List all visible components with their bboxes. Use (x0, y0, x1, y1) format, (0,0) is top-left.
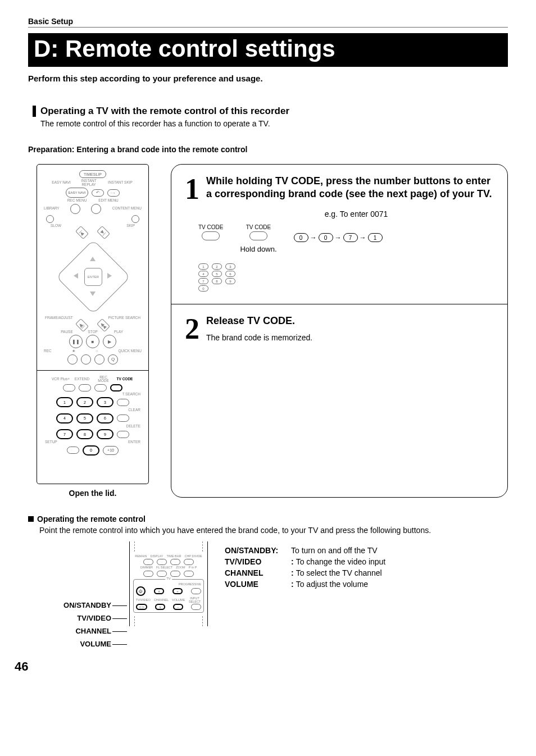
chpdivide-button (184, 559, 194, 565)
tvcode-caption-2: TV CODE (246, 224, 271, 230)
callout-onstandby: ON/STANDBY (63, 601, 111, 609)
slow-label: SLOW (51, 224, 61, 228)
key-0: 0 (83, 445, 99, 456)
clear-label: CLEAR (128, 408, 140, 412)
tsearch-button (117, 399, 129, 406)
def-channel-val: To select the TV channel (296, 568, 382, 577)
callout-channel: CHANNEL (75, 627, 111, 635)
recmode-button (94, 384, 107, 391)
dimmer-button (143, 571, 153, 577)
library-button (46, 215, 54, 223)
vcrplus-button (63, 384, 75, 391)
tvcode-label: TV CODE (116, 377, 134, 381)
mini-keypad: 123 456 789 0 (198, 263, 494, 292)
pause-label: PAUSE (56, 330, 78, 334)
section-operating-remote-desc: Point the remote control into which you … (39, 526, 508, 535)
button-definitions: ON/STANDBY: To turn on and off the TV TV… (225, 544, 385, 648)
display-button (157, 559, 167, 565)
tvcode-hold-icon (249, 231, 267, 240)
frame-adjust-label: FRAME/ADJUST (45, 316, 73, 320)
enter-button: ENTER (84, 268, 102, 286)
rec-menu-button (70, 204, 80, 214)
easy-navi-button: EASY NAVI (66, 188, 88, 198)
zoom-label: ZOOM (176, 566, 185, 570)
instant-replay-button: ↶ (92, 189, 104, 197)
key-9: 9 (97, 429, 113, 439)
instant-skip-button: ·→ (107, 189, 120, 197)
picture-search-label: PICTURE SEARCH (108, 316, 140, 320)
remain-button (143, 559, 153, 565)
tv-tag: TV (165, 577, 172, 580)
tvvideo-button: ⊂⊃ (136, 604, 147, 610)
arrow-icon: → (335, 234, 342, 242)
setup-button (67, 447, 79, 454)
section-operating-remote: Operating the remote control (37, 514, 146, 523)
def-onstandby-val: To turn on and off the TV (291, 546, 378, 555)
def-onstandby-key: ON/STANDBY: (225, 546, 291, 555)
key-8: 8 (76, 429, 93, 439)
key-3: 3 (97, 397, 113, 407)
edit-menu-label: EDIT MENU (94, 199, 122, 203)
display-label: DISPLAY (151, 555, 163, 558)
key-5: 5 (76, 413, 93, 423)
circle-button (94, 354, 105, 365)
mini-remote-diagram: REMAIN DISPLAY TIME BAR CHP DIVIDE DIMME… (129, 541, 208, 627)
pinp-button (184, 571, 194, 577)
volume-up-button: + (172, 588, 183, 594)
tvcode-icon (202, 231, 220, 240)
zoom-button (170, 571, 180, 577)
inputselect-button (191, 604, 201, 610)
callout-labels: ON/STANDBY TV/VIDEO CHANNEL VOLUME (63, 601, 127, 648)
example-label: e.g. To enter 0071 (219, 210, 494, 218)
plus10-button: +10 (103, 446, 119, 455)
preparation-heading: Preparation: Entering a brand code into … (28, 145, 508, 154)
library-label: LIBRARY (44, 207, 60, 211)
key-7: 7 (56, 429, 73, 439)
breadcrumb: Basic Setup (28, 17, 508, 28)
open-lid-label: Open the lid. (69, 489, 117, 498)
code-digit-1: 0 (319, 233, 333, 242)
instant-skip-label: INSTANT SKIP (106, 181, 134, 185)
timebar-label: TIME BAR (166, 555, 181, 558)
code-sequence: 0 → 0 → 7 → 1 (294, 233, 383, 242)
step-2-body: The brand code is memorized. (206, 333, 312, 342)
timeslip-button: TIMESLIP (79, 170, 106, 178)
remote-diagram: TIMESLIP EASY NAVI INSTANT REPLAY INSTAN… (28, 164, 157, 498)
step-2-number: 2 (185, 315, 199, 344)
key-1: 1 (56, 397, 73, 407)
recmode-label: REC MODE (94, 376, 112, 383)
content-menu-button (131, 215, 139, 223)
instant-replay-label: INSTANT REPLAY (75, 179, 103, 186)
extend-button (79, 384, 91, 391)
tvcode-button (110, 384, 122, 391)
page-number: 46 (15, 659, 508, 674)
intro-text: Perform this step according to your pref… (28, 74, 508, 83)
def-volume-sep: : (291, 580, 294, 589)
def-volume-val: To adjust the volume (296, 580, 368, 589)
arrow-icon: → (310, 234, 317, 242)
quick-menu-button: Q (108, 354, 118, 365)
arrow-icon: → (360, 234, 366, 242)
quick-menu-label: QUICK MENU (118, 349, 142, 353)
dpad: ENTER (56, 240, 129, 313)
rec-menu-label: REC MENU (63, 199, 91, 203)
callout-volume: VOLUME (80, 640, 111, 648)
def-tvvideo-val: To change the video input (296, 557, 386, 566)
flselect-button (157, 571, 167, 577)
channel-label: CHANNEL (154, 599, 169, 602)
rec-label: REC (44, 349, 52, 353)
setup-label: SETUP (45, 440, 57, 444)
bullet-icon (28, 516, 34, 522)
timebar-button (170, 559, 180, 565)
code-digit-2: 7 (343, 233, 358, 242)
key-6: 6 (97, 413, 113, 423)
channel-down-button: ∨ (155, 604, 165, 610)
volume-down-button: − (173, 604, 183, 610)
code-digit-3: 1 (368, 233, 383, 242)
play-button: ▶ (103, 335, 116, 348)
tvcode-caption-1: TV CODE (198, 224, 223, 230)
def-channel-key: CHANNEL (225, 568, 291, 577)
delete-button (117, 431, 129, 438)
skip-fwd-button: ▶| (97, 226, 110, 239)
skip-label: SKIP (126, 224, 135, 228)
